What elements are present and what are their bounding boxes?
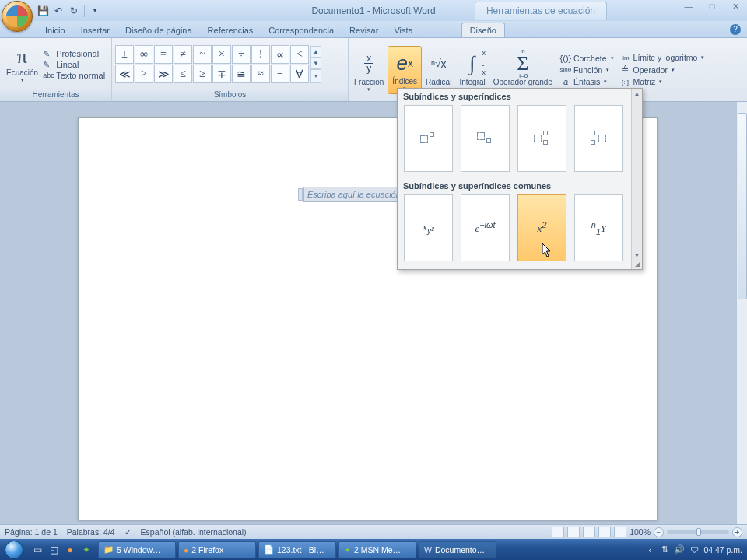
tab-insertar[interactable]: Insertar bbox=[73, 23, 117, 37]
scrollbar-thumb[interactable] bbox=[738, 113, 747, 299]
status-page[interactable]: Página: 1 de 1 bbox=[5, 527, 58, 537]
ql-firefox-icon[interactable]: ● bbox=[63, 542, 77, 558]
sym-eq[interactable]: = bbox=[154, 45, 173, 64]
context-tab-title: Herramientas de ecuación bbox=[475, 2, 607, 20]
symbols-scroll-up[interactable]: ▲ bbox=[310, 46, 321, 58]
accent-button[interactable]: äÉnfasis▾ bbox=[558, 76, 616, 87]
help-icon[interactable]: ? bbox=[730, 24, 741, 35]
sym-muchlt[interactable]: ≪ bbox=[115, 65, 134, 83]
normal-text-button[interactable]: abcTexto normal bbox=[43, 71, 105, 80]
close-button[interactable]: ✕ bbox=[727, 0, 744, 12]
status-words[interactable]: Palabras: 4/4 bbox=[67, 527, 115, 537]
office-button[interactable] bbox=[2, 1, 33, 32]
task-explorer[interactable]: 📁5 Window… bbox=[98, 541, 176, 558]
gallery-resize-handle[interactable]: ◢ bbox=[635, 260, 640, 268]
proofing-icon[interactable]: ✓ bbox=[124, 527, 132, 537]
symbol-grid: ± ∞ = ≠ ~ × ÷ ! ∝ < ≪ > ≫ ≤ ≥ ∓ ≅ ≈ ≡ ∀ bbox=[115, 45, 309, 83]
bracket-button[interactable]: {()}Corchete▾ bbox=[558, 53, 616, 64]
task-firefox[interactable]: ●2 Firefox bbox=[178, 541, 256, 558]
tab-revisar[interactable]: Revisar bbox=[342, 23, 386, 37]
sym-fact[interactable]: ! bbox=[251, 45, 270, 64]
sym-gt[interactable]: > bbox=[135, 65, 153, 83]
linear-button[interactable]: ✎Lineal bbox=[43, 60, 105, 70]
sym-div[interactable]: ÷ bbox=[232, 45, 251, 64]
zoom-out-button[interactable]: − bbox=[654, 527, 664, 537]
gallery-item-supersub[interactable] bbox=[517, 105, 566, 172]
tab-correspondencia[interactable]: Correspondencia bbox=[261, 23, 342, 37]
tray-network-icon[interactable]: ⇅ bbox=[659, 544, 670, 555]
sym-approx[interactable]: ≈ bbox=[251, 65, 270, 83]
sym-lt[interactable]: < bbox=[290, 45, 309, 64]
large-operator-button[interactable]: Σni=0 Operador grande▾ bbox=[489, 46, 556, 94]
ql-messenger-icon[interactable]: ✦ bbox=[79, 542, 93, 558]
symbols-scroll-down[interactable]: ▼ bbox=[310, 58, 321, 69]
fraction-button[interactable]: xy Fracción▾ bbox=[350, 46, 388, 94]
undo-icon[interactable]: ↶ bbox=[51, 4, 65, 18]
symbols-more-icon[interactable]: ▾ bbox=[310, 69, 321, 83]
view-print-layout[interactable] bbox=[552, 527, 564, 537]
task-notepad[interactable]: 📄123.txt - Bl… bbox=[258, 541, 336, 558]
sym-mp[interactable]: ∓ bbox=[212, 65, 231, 83]
start-button[interactable] bbox=[0, 539, 28, 560]
equation-handle[interactable] bbox=[298, 188, 303, 201]
sym-neq[interactable]: ≠ bbox=[174, 45, 192, 64]
sym-forall[interactable]: ∀ bbox=[290, 65, 309, 83]
sym-times[interactable]: × bbox=[212, 45, 231, 64]
sym-leq[interactable]: ≤ bbox=[174, 65, 192, 83]
ql-show-desktop-icon[interactable]: ▭ bbox=[30, 542, 44, 558]
function-button[interactable]: sinθFunción▾ bbox=[558, 65, 616, 75]
ql-switch-icon[interactable]: ◱ bbox=[47, 542, 61, 558]
tab-inicio[interactable]: Inicio bbox=[37, 23, 73, 37]
sym-cong[interactable]: ≅ bbox=[232, 65, 251, 83]
professional-button[interactable]: ✎Profesional bbox=[43, 49, 105, 59]
sym-prop[interactable]: ∝ bbox=[271, 45, 289, 64]
zoom-level[interactable]: 100% bbox=[630, 527, 651, 537]
tab-referencias[interactable]: Referencias bbox=[200, 23, 261, 37]
clock[interactable]: 04:47 p.m. bbox=[703, 545, 742, 555]
sym-tilde[interactable]: ~ bbox=[193, 45, 212, 64]
save-icon[interactable]: 💾 bbox=[36, 4, 50, 18]
sym-equiv[interactable]: ≡ bbox=[271, 65, 289, 83]
gallery-scrollbar[interactable]: ▲ ▼ bbox=[631, 89, 642, 269]
status-language[interactable]: Español (alfab. internacional) bbox=[141, 527, 247, 537]
zoom-slider[interactable] bbox=[667, 530, 729, 534]
ruler-toggle[interactable] bbox=[736, 102, 747, 113]
sym-muchgt[interactable]: ≫ bbox=[154, 65, 173, 83]
limit-button[interactable]: limLímite y logaritmo▾ bbox=[618, 52, 707, 63]
task-word[interactable]: WDocumento… bbox=[419, 541, 496, 558]
gallery-item-x2[interactable]: x2 bbox=[517, 194, 566, 261]
tray-shield-icon[interactable]: 🛡 bbox=[689, 544, 700, 555]
equation-button[interactable]: π Ecuación ▾ bbox=[3, 44, 41, 85]
redo-icon[interactable]: ↻ bbox=[67, 4, 81, 18]
gallery-item-subscript[interactable] bbox=[461, 105, 510, 172]
tab-diseno-pagina[interactable]: Diseño de página bbox=[117, 23, 200, 37]
minimize-button[interactable]: — bbox=[680, 0, 697, 12]
qat-customize-icon[interactable]: ▾ bbox=[88, 4, 102, 18]
view-draft[interactable] bbox=[614, 527, 626, 537]
tray-expand-icon[interactable]: ‹ bbox=[644, 544, 655, 555]
view-outline[interactable] bbox=[598, 527, 611, 537]
zoom-in-button[interactable]: + bbox=[732, 527, 742, 537]
task-msn[interactable]: ✦2 MSN Me… bbox=[338, 541, 416, 558]
integral-button[interactable]: ∫x-x Integral▾ bbox=[455, 46, 489, 94]
tab-vista[interactable]: Vista bbox=[386, 23, 420, 37]
tab-diseno[interactable]: Diseño bbox=[461, 23, 505, 37]
tray-volume-icon[interactable]: 🔊 bbox=[674, 544, 685, 555]
gallery-item-xy2[interactable]: xy² bbox=[404, 194, 453, 261]
view-full-screen[interactable] bbox=[567, 527, 580, 537]
gallery-item-superscript[interactable] bbox=[404, 105, 453, 172]
matrix-button[interactable]: [::]Matriz▾ bbox=[618, 76, 707, 87]
operator-button[interactable]: ≜Operador▾ bbox=[618, 64, 707, 75]
gallery-item-eiwt[interactable]: e−iωt bbox=[461, 194, 510, 261]
gallery-item-ny[interactable]: n1Y bbox=[574, 194, 623, 261]
sym-pm[interactable]: ± bbox=[115, 45, 134, 64]
radical-button[interactable]: n√x Radical▾ bbox=[422, 46, 455, 94]
restore-button[interactable]: □ bbox=[703, 0, 721, 12]
gallery-item-leftsupersub[interactable] bbox=[574, 105, 623, 172]
sym-inf[interactable]: ∞ bbox=[135, 45, 153, 64]
sym-geq[interactable]: ≥ bbox=[193, 65, 212, 83]
vertical-scrollbar[interactable] bbox=[736, 113, 747, 525]
zoom-slider-thumb[interactable] bbox=[696, 528, 701, 536]
script-button[interactable]: ex Índices▾ bbox=[388, 46, 422, 94]
view-web-layout[interactable] bbox=[583, 527, 595, 537]
